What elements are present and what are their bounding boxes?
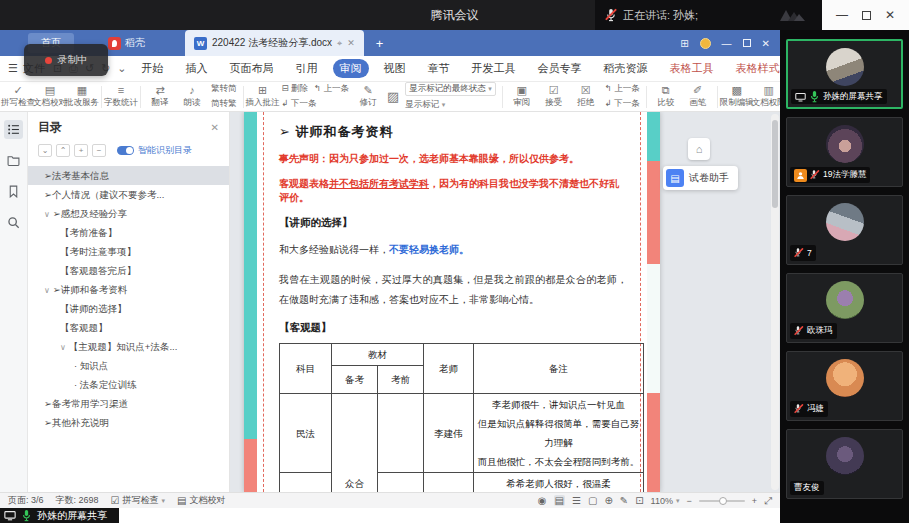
toc-item[interactable]: 【考前准备】 (28, 223, 229, 242)
delete-comment-button[interactable]: ⊟ 删除 (282, 83, 309, 95)
next-change-button[interactable]: ↲ 下一条 (605, 98, 640, 110)
menu-tab-table-tools[interactable]: 表格工具 (663, 59, 721, 78)
statusbar-proofread[interactable]: ▤ 文档校对 (177, 494, 225, 507)
view-page-icon[interactable]: ▤ (554, 495, 565, 506)
chevron-down-icon[interactable]: ∨ (44, 210, 50, 219)
toc-collapse-all-button[interactable]: ⌃ (56, 144, 70, 157)
chevron-down-icon[interactable]: ∨ (60, 343, 66, 352)
statusbar-spellcheck[interactable]: ☑ 拼写检查 ▾ (111, 494, 165, 507)
member-icon[interactable] (700, 38, 711, 49)
prev-comment-button[interactable]: ↰ 上一条 (314, 83, 349, 95)
toc-expand-all-button[interactable]: ⌄ (38, 144, 52, 157)
show-markup-dropdown[interactable]: 显示标记 ▾ (405, 99, 495, 111)
doc-scrollbar[interactable] (771, 114, 779, 490)
menu-tab-insert[interactable]: 插入 (179, 59, 215, 78)
new-tab-button[interactable]: + (376, 36, 384, 51)
track-changes-button[interactable]: ✎修订 (355, 85, 381, 109)
toc-zoom-out-button[interactable]: − (92, 144, 106, 157)
zoom-in-button[interactable]: + (752, 496, 757, 506)
toc-item[interactable]: · 知识点 (28, 356, 229, 375)
toc-close-icon[interactable]: ✕ (211, 122, 219, 133)
tab-close-icon[interactable]: ✕ (347, 38, 355, 48)
integration-grid-icon[interactable]: ⊞ (680, 38, 688, 49)
wordcount-button[interactable]: ≡字数统计 (108, 85, 134, 109)
toc-item[interactable]: ➢个人情况（建议不要参考... (28, 185, 229, 204)
menu-tab-member[interactable]: 会员专享 (531, 59, 589, 78)
toc-item[interactable]: ∨➢感想及经验分享 (28, 204, 229, 223)
grading-button[interactable]: ▦批改服务 (69, 85, 95, 109)
minimize-button[interactable]: — (836, 8, 848, 22)
wps-maximize-button[interactable] (743, 39, 751, 47)
zoom-slider-knob[interactable] (719, 497, 727, 505)
pin-icon[interactable]: ⌖ (337, 38, 342, 49)
menu-tab-table-style[interactable]: 表格样式 (729, 59, 780, 78)
close-button[interactable]: ✕ (885, 8, 895, 22)
toc-panel-icon[interactable] (4, 120, 23, 139)
fit-page-icon[interactable]: ⊡ (635, 495, 643, 506)
toc-item[interactable]: 【讲师的选择】 (28, 299, 229, 318)
menu-tab-references[interactable]: 引用 (289, 59, 325, 78)
menu-tab-start[interactable]: 开始 (135, 59, 171, 78)
accept-button[interactable]: ☑接受 (541, 85, 567, 109)
toc-item[interactable]: ∨【主观题】知识点+法条... (28, 337, 229, 356)
prev-change-button[interactable]: ↰ 上一条 (605, 83, 640, 95)
doc-permission-button[interactable]: ▥文档权限 (756, 85, 780, 109)
toc-item[interactable]: · 法条定位训练 (28, 375, 229, 394)
markup-state-dropdown[interactable]: 显示标记的最终状态 ▾ (405, 82, 495, 96)
view-pen-icon[interactable]: ✎ (620, 495, 628, 506)
toc-item[interactable]: 【考时注意事项】 (28, 242, 229, 261)
search-icon[interactable] (4, 213, 23, 232)
zoom-level[interactable]: 110%▾ (651, 496, 680, 506)
translate-button[interactable]: ⇄翻译 (147, 85, 173, 109)
eye-protect-icon[interactable]: ◉ (538, 495, 547, 506)
screen-share-banner[interactable]: 孙姝的屏幕共享 (0, 508, 119, 523)
participant-tile[interactable]: 7 (786, 195, 903, 265)
participant-tile[interactable]: 孙姝的屏幕共享 (786, 39, 903, 109)
toc-item[interactable]: ∨➢讲师和备考资料 (28, 280, 229, 299)
toc-item[interactable]: ➢备考常用学习渠道 (28, 394, 229, 413)
menu-tab-layout[interactable]: 页面布局 (223, 59, 281, 78)
wps-close-button[interactable]: ✕ (762, 38, 770, 49)
toc-item[interactable]: ➢其他补充说明 (28, 413, 229, 432)
simp-to-trad-button[interactable]: 简转繁 (211, 98, 237, 110)
tab-docer[interactable]: 稻壳 (108, 36, 145, 50)
zoom-out-button[interactable]: − (686, 496, 691, 506)
menu-tab-devtools[interactable]: 开发工具 (465, 59, 523, 78)
menu-tab-docer[interactable]: 稻壳资源 (597, 59, 655, 78)
spellcheck-button[interactable]: ✓拼写检查 (5, 85, 31, 109)
menu-tab-view[interactable]: 视图 (377, 59, 413, 78)
proofread-button[interactable]: ▤文档校对 (37, 85, 63, 109)
view-reader-icon[interactable]: ⊕ (604, 495, 612, 506)
insert-comment-button[interactable]: ⊞插入批注 (250, 85, 276, 109)
doc-scrollbar-thumb[interactable] (772, 120, 778, 208)
toc-item[interactable]: ➢法考基本信息 (28, 166, 229, 185)
participant-tile[interactable]: 19法学滕慧 (786, 117, 903, 187)
participant-tile[interactable]: 曹友俊 (786, 429, 903, 499)
toc-item[interactable]: 【客观题答完后】 (28, 261, 229, 280)
compare-button[interactable]: ⧉比较 (653, 85, 679, 109)
readaloud-button[interactable]: ♪朗读 (179, 85, 205, 109)
smart-toc-toggle[interactable] (117, 146, 134, 155)
tab-document[interactable]: W 220422 法考经验分享.docx ⌖ ✕ (185, 30, 364, 56)
zoom-slider[interactable] (699, 500, 745, 502)
restrict-edit-button[interactable]: ▩限制编辑 (724, 85, 750, 109)
wordcount-indicator[interactable]: 字数: 2698 (56, 494, 99, 507)
folder-icon[interactable] (4, 151, 23, 170)
maximize-button[interactable] (862, 11, 871, 20)
view-web-icon[interactable]: ▢ (588, 495, 597, 506)
chevron-down-icon[interactable]: ∨ (44, 286, 50, 295)
document-page[interactable]: ➢ 讲师和备考资料 事先声明：因为只参加过一次，选老师基本靠眼缘，所以仅供参考。… (244, 112, 660, 492)
toc-item[interactable]: 【客观题】 (28, 318, 229, 337)
menu-tab-section[interactable]: 章节 (421, 59, 457, 78)
exam-assistant-button[interactable]: ▤ 试卷助手 (663, 166, 738, 190)
fullscreen-icon[interactable]: ⤢ (764, 495, 772, 507)
trad-to-simp-button[interactable]: 繁转简 (211, 83, 237, 95)
reject-button[interactable]: ☒拒绝 (573, 85, 599, 109)
next-comment-button[interactable]: ↲ 下一条 (282, 98, 317, 110)
toc-zoom-in-button[interactable]: + (74, 144, 88, 157)
view-outline-icon[interactable]: ☰ (572, 495, 581, 506)
wps-minimize-button[interactable]: — (722, 38, 732, 49)
pen-button[interactable]: ✐画笔 (685, 85, 711, 109)
menu-tab-review[interactable]: 审阅 (333, 59, 369, 78)
participant-tile[interactable]: 冯婕 (786, 351, 903, 421)
